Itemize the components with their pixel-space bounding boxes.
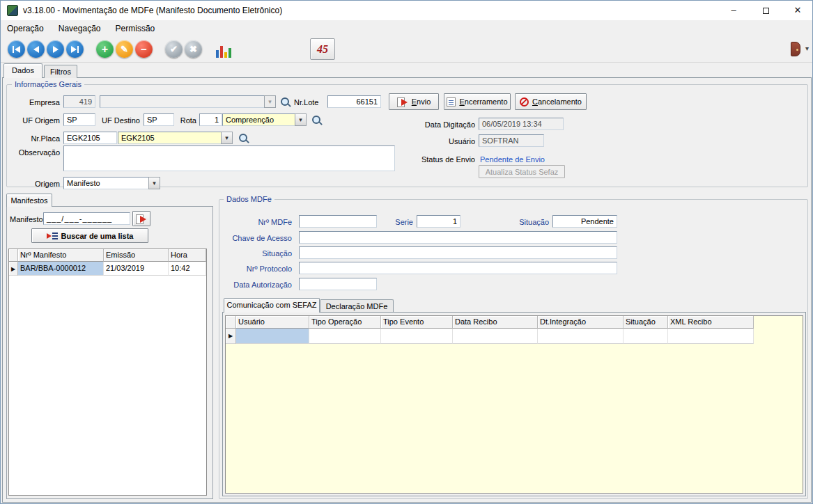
nr-placa-search-icon[interactable]: [238, 133, 249, 144]
close-button[interactable]: ✕: [782, 1, 813, 20]
menu-bar: Operação Navegação Permissão: [1, 21, 812, 36]
manifestos-grid-cell-nr[interactable]: BAR/BBA-0000012: [18, 262, 104, 276]
menu-navegacao[interactable]: Navegação: [52, 21, 107, 36]
nr-protocolo-field[interactable]: [299, 262, 617, 274]
sefaz-grid-cell-xml-recibo[interactable]: [668, 329, 754, 344]
sefaz-grid-header-tipo-operacao[interactable]: Tipo Operação: [309, 316, 381, 329]
empresa-search-icon[interactable]: [280, 97, 291, 108]
nr-lote-field[interactable]: 66151: [327, 95, 381, 108]
sefaz-grid: Usuário Tipo Operação Tipo Evento Data R…: [225, 315, 803, 494]
manifesto-label: Manifesto: [10, 215, 43, 223]
serie-field[interactable]: 1: [417, 215, 460, 228]
data-autorizacao-field[interactable]: [299, 278, 377, 290]
maximize-button[interactable]: [750, 1, 782, 20]
edit-button[interactable]: ✎: [116, 40, 133, 58]
rota-code-field[interactable]: 1: [199, 113, 222, 126]
first-record-button[interactable]: [8, 40, 25, 58]
cancelamento-button[interactable]: Cancelamento: [515, 93, 587, 110]
chave-acesso-field[interactable]: [299, 231, 617, 244]
cancel-button[interactable]: ✖: [185, 40, 202, 58]
empresa-code-field: 419: [63, 95, 95, 108]
usuario-field: SOFTRAN: [479, 134, 544, 147]
sefaz-grid-header-usuario[interactable]: Usuário: [236, 316, 309, 329]
tab-declaracao-mdfe[interactable]: Declaração MDFe: [320, 299, 394, 313]
sefaz-grid-header-tipo-evento[interactable]: Tipo Evento: [381, 316, 453, 329]
envio-button-label: Envio: [412, 97, 431, 106]
chart-icon[interactable]: [214, 42, 232, 58]
cancelamento-button-label: Cancelamento: [532, 97, 582, 106]
minimize-button[interactable]: –: [718, 1, 750, 20]
rota-search-icon[interactable]: [311, 115, 323, 126]
origem-label: Origem: [8, 180, 60, 188]
sefaz-grid-cell-dt-integracao[interactable]: [538, 329, 624, 344]
encerramento-icon: [447, 97, 456, 107]
situacao-resumo-label: Situação: [497, 218, 549, 226]
manifestos-grid-cell-emissao[interactable]: 21/03/2019: [104, 262, 169, 276]
sefaz-grid-header-dt-integracao[interactable]: Dt.Integração: [538, 316, 624, 329]
title-bar: v3.18.00 - Movimentação de MDFe (Manifes…: [1, 1, 812, 20]
data-digitacao-field: 06/05/2019 13:34: [479, 118, 564, 130]
chave-acesso-label: Chave de Acesso: [210, 234, 292, 242]
tab-comunicacao-sefaz[interactable]: Comunicação com SEFAZ: [224, 298, 320, 313]
atualiza-status-sefaz-button: Atualiza Status Sefaz: [479, 165, 565, 178]
menu-permissao[interactable]: Permissão: [109, 21, 162, 36]
uf-origem-field[interactable]: SP: [63, 113, 95, 126]
status-envio-label: Status de Envio: [391, 155, 475, 164]
manifestos-grid: Nrº Manifesto Emissão Hora ▶ BAR/BBA-000…: [8, 249, 207, 496]
sefaz-grid-header-situacao[interactable]: Situação: [624, 316, 668, 329]
add-button[interactable]: +: [96, 40, 114, 58]
sefaz-grid-cell-tipo-evento[interactable]: [381, 329, 453, 344]
nr-placa-combo-dropdown-icon[interactable]: ▾: [221, 132, 233, 144]
sefaz-grid-cell-data-recibo[interactable]: [453, 329, 538, 344]
exit-icon[interactable]: [791, 42, 800, 56]
manifesto-mask-field[interactable]: ___/___-______: [43, 212, 130, 225]
confirm-button[interactable]: ✔: [165, 40, 183, 58]
menu-operacao[interactable]: Operação: [1, 21, 50, 36]
encerramento-button[interactable]: Encerramento: [444, 93, 511, 110]
manifestos-grid-cell-hora[interactable]: 10:42: [169, 262, 206, 276]
situacao-label: Situação: [210, 249, 292, 258]
envio-button[interactable]: Envio: [389, 93, 439, 110]
toolbar-overflow-icon[interactable]: ▾: [805, 45, 809, 52]
next-record-button[interactable]: [47, 40, 64, 58]
last-record-button[interactable]: [66, 40, 84, 58]
sefaz-grid-cell-tipo-operacao[interactable]: [309, 329, 381, 344]
situacao-field[interactable]: [299, 246, 617, 259]
serie-label: Serie: [382, 218, 413, 226]
manifestos-grid-header-hora[interactable]: Hora: [169, 249, 206, 262]
buscar-lista-button[interactable]: Buscar de uma lista: [31, 228, 148, 243]
observacao-label: Observação: [8, 148, 60, 157]
origem-combo-dropdown-icon[interactable]: ▾: [148, 177, 160, 189]
origem-combo[interactable]: Manifesto: [63, 177, 149, 189]
manifestos-grid-header-nr[interactable]: Nrº Manifesto: [18, 249, 104, 262]
delete-button[interactable]: −: [135, 40, 153, 58]
nr-mdfe-field[interactable]: [299, 215, 377, 228]
buscar-lista-label: Buscar de uma lista: [61, 232, 134, 240]
sefaz-grid-cell-usuario[interactable]: [236, 329, 309, 344]
rota-combo[interactable]: Compreenção: [222, 113, 295, 126]
anniversary-logo-text: 45: [317, 43, 328, 56]
manifestos-grid-header-emissao[interactable]: Emissão: [104, 249, 169, 262]
tab-dados[interactable]: Dados: [3, 63, 42, 78]
uf-destino-field[interactable]: SP: [144, 113, 174, 126]
anniversary-logo-button[interactable]: 45: [310, 38, 335, 60]
buscar-lista-icon: [47, 232, 58, 240]
tab-manifestos[interactable]: Manifestos: [6, 194, 52, 207]
previous-record-button[interactable]: [27, 40, 45, 58]
rota-combo-dropdown-icon[interactable]: ▾: [295, 113, 307, 126]
tab-filtros[interactable]: Filtros: [44, 65, 77, 78]
manifestos-grid-row-indicator: ▶: [9, 262, 18, 276]
observacao-field[interactable]: [63, 145, 395, 171]
empresa-combo: [100, 95, 276, 108]
nr-placa-combo[interactable]: EGK2105: [118, 132, 222, 144]
sefaz-grid-cell-situacao[interactable]: [624, 329, 668, 344]
maximize-icon: [763, 8, 769, 14]
manifesto-send-button[interactable]: [132, 211, 150, 226]
sefaz-grid-header-data-recibo[interactable]: Data Recibo: [453, 316, 538, 329]
situacao-resumo-field: Pendente: [552, 215, 617, 228]
encerramento-button-label: Encerramento: [459, 97, 507, 106]
empresa-combo-dropdown-icon: ▾: [264, 95, 276, 108]
application-window: v3.18.00 - Movimentação de MDFe (Manifes…: [0, 0, 813, 504]
sefaz-grid-header-xml-recibo[interactable]: XML Recibo: [668, 316, 754, 329]
nr-placa-field[interactable]: EGK2105: [63, 132, 117, 144]
